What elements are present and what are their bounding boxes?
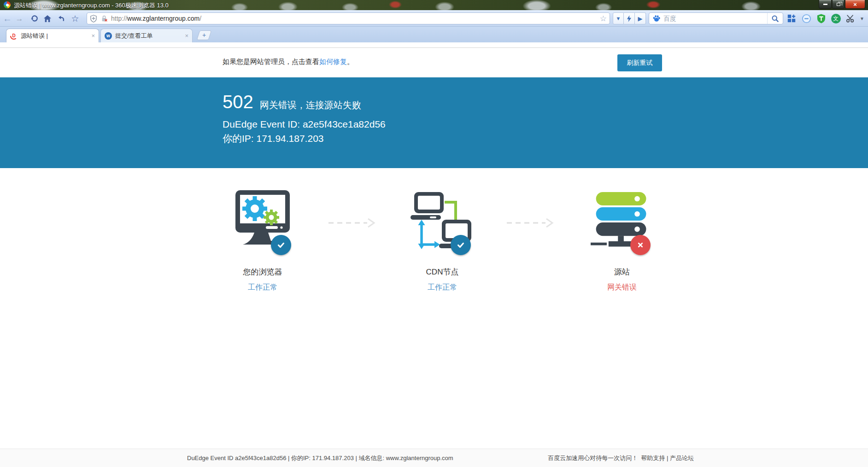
chevron-down-icon: ▼: [616, 16, 621, 21]
translate-button[interactable]: 文: [830, 13, 841, 24]
admin-notice: 如果您是网站管理员，点击查看如何修复。: [223, 58, 354, 66]
notice-prefix: 如果您是网站管理员，点击查看: [223, 58, 319, 65]
how-to-fix-link[interactable]: 如何修复: [319, 58, 347, 65]
forward-button[interactable]: →: [14, 10, 25, 27]
tab-title: 提交/查看工单: [115, 32, 181, 40]
toolbar-quick-buttons: ▼ ▶: [613, 12, 646, 24]
tab-ticket[interactable]: w 提交/查看工单 ×: [100, 29, 193, 42]
url-host: www.zglanterngroup.com: [127, 15, 199, 22]
tab-close-button[interactable]: ×: [91, 32, 95, 39]
magnifier-icon: [771, 15, 779, 23]
node-status-link[interactable]: 网关错误: [607, 283, 637, 292]
address-bar[interactable]: http://www.zglanterngroup.com/ ☆: [87, 12, 610, 24]
notice-suffix: 。: [347, 58, 354, 65]
home-icon: [43, 15, 52, 23]
search-button[interactable]: [767, 13, 783, 24]
turbo-mode-button[interactable]: [624, 12, 635, 24]
forward-icon: →: [16, 15, 23, 23]
dropdown-button[interactable]: ▼: [613, 12, 624, 24]
url-text: http://www.zglanterngroup.com/: [111, 15, 201, 22]
browser-toolbar: ← → ☆ http://www.zglanterngroup.com/ ☆: [0, 10, 868, 27]
search-box[interactable]: [649, 12, 783, 24]
duedge-favicon-icon: D: [10, 32, 18, 40]
url-path: /: [199, 15, 201, 22]
title-bar: 源站错误 | www.zglanterngroup.com - 360极速浏览器…: [0, 0, 868, 10]
restore-icon: [837, 3, 840, 6]
green-shield-icon: [817, 14, 826, 23]
error-banner: 502 网关错误，连接源站失败 DuEdge Event ID: a2e5f43…: [0, 77, 868, 168]
search-input[interactable]: [663, 15, 767, 22]
tab-title: 源站错误 |: [21, 32, 88, 40]
node-cdn: CDN节点 工作正常: [392, 190, 493, 292]
undo-button[interactable]: [55, 10, 67, 27]
footer-slogan: 百度云加速用心对待每一次访问！: [548, 455, 638, 461]
chrome-bottom-strip: [0, 42, 868, 48]
footer-links: 百度云加速用心对待每一次访问！ 帮助支持 | 产品论坛: [548, 449, 694, 467]
error-message: 网关错误，连接源站失败: [260, 99, 361, 111]
undo-icon: [58, 15, 65, 23]
screenshot-button[interactable]: [845, 13, 856, 24]
lightning-icon: [627, 15, 632, 22]
node-origin-server: 源站 网关错误: [571, 190, 673, 292]
scissors-icon: [846, 14, 855, 23]
tab-origin-error[interactable]: D 源站错误 | ×: [6, 29, 99, 42]
favorites-button[interactable]: ☆: [69, 10, 81, 27]
extensions-bar: 文 ▼: [786, 12, 864, 24]
tab-close-button[interactable]: ×: [185, 32, 188, 39]
tab-strip: D 源站错误 | × w 提交/查看工单 × +: [0, 27, 868, 42]
bookmark-star-icon[interactable]: ☆: [600, 14, 607, 23]
check-icon: [276, 240, 286, 250]
minimize-icon: [823, 4, 827, 5]
refresh-retry-button[interactable]: 刷新重试: [617, 54, 662, 71]
help-support-link[interactable]: 帮助支持: [641, 455, 665, 461]
error-code: 502: [223, 92, 253, 111]
footer-info: DuEdge Event ID a2e5f43ce1a82d56 | 你的IP:…: [187, 449, 453, 467]
browser-logo-icon: [4, 1, 11, 8]
event-id-line: DuEdge Event ID: a2e5f43ce1a82d56: [223, 117, 868, 131]
worker-favicon-icon: w: [105, 32, 112, 40]
new-tab-button[interactable]: +: [197, 30, 212, 40]
minus-circle-icon: [802, 14, 811, 23]
play-mode-button[interactable]: ▶: [635, 12, 646, 24]
star-icon: ☆: [71, 13, 79, 24]
dashed-arrow-icon: [328, 217, 376, 228]
refresh-icon: [30, 14, 39, 23]
refresh-button[interactable]: [29, 10, 41, 27]
page-footer: DuEdge Event ID a2e5f43ce1a82d56 | 你的IP:…: [0, 449, 868, 467]
footer-separator: |: [667, 455, 668, 461]
home-button[interactable]: [41, 10, 53, 27]
node-your-browser: 您的浏览器 工作正常: [212, 190, 313, 292]
apps-button[interactable]: [786, 13, 797, 24]
cross-icon: [636, 241, 645, 249]
toolbar-overflow-button[interactable]: ▼: [860, 16, 864, 21]
adblock-button[interactable]: [801, 13, 812, 24]
security-button[interactable]: [815, 13, 827, 24]
node-label: 您的浏览器: [212, 267, 313, 277]
node-label: CDN节点: [392, 267, 493, 277]
status-badge-ok: [451, 235, 471, 255]
dashed-arrow-icon: [507, 217, 555, 228]
baidu-paw-icon: [652, 14, 661, 23]
caret-down-icon: ▼: [860, 16, 864, 21]
back-icon: ←: [3, 14, 12, 23]
error-page: 如果您是网站管理员，点击查看如何修复。 刷新重试 502 网关错误，连接源站失败…: [0, 48, 868, 467]
close-button[interactable]: ×: [845, 0, 865, 9]
node-status-link[interactable]: 工作正常: [428, 283, 457, 292]
site-safety-shield-icon[interactable]: [90, 15, 97, 23]
product-forum-link[interactable]: 产品论坛: [670, 455, 694, 461]
insecure-lock-icon[interactable]: [101, 15, 108, 22]
play-icon: ▶: [638, 15, 643, 22]
node-label: 源站: [571, 267, 673, 277]
back-button[interactable]: ←: [1, 10, 14, 27]
node-status-link[interactable]: 工作正常: [248, 283, 277, 292]
translate-icon: 文: [831, 14, 841, 23]
plus-icon: +: [199, 31, 210, 40]
status-badge-error: [630, 235, 651, 255]
window-controls: ×: [819, 0, 865, 9]
window-title: 源站错误 | www.zglanterngroup.com - 360极速浏览器…: [14, 1, 169, 10]
url-scheme: http://: [111, 15, 127, 22]
restore-button[interactable]: [832, 0, 845, 9]
client-ip-line: 你的IP: 171.94.187.203: [223, 131, 868, 146]
minimize-button[interactable]: [819, 0, 832, 9]
close-icon: ×: [853, 1, 857, 8]
